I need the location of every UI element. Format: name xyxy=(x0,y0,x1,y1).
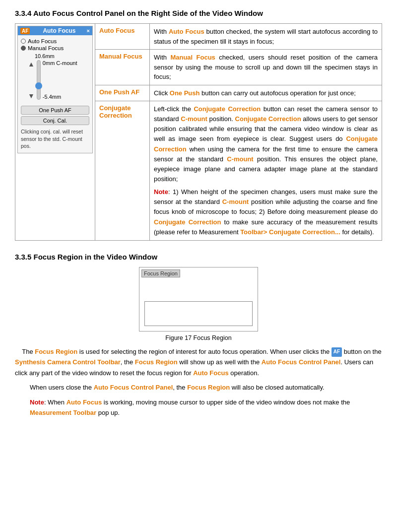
arrow-up-icon[interactable]: ▲ xyxy=(28,60,35,68)
slider-label-bot: -5.4mm xyxy=(43,94,77,100)
conjugate-row-label: ConjugateCorrection xyxy=(99,104,132,119)
conjugate-correction-highlight-3: Conjugate Correction xyxy=(154,135,378,152)
manual-focus-label-cell: Manual Focus xyxy=(95,50,150,85)
table-row-panel: AF Auto Focus × Auto Focus Manual Focus xyxy=(15,24,382,50)
manual-focus-row-label: Manual Focus xyxy=(99,53,142,60)
conjugate-label-cell: ConjugateCorrection xyxy=(95,101,150,241)
conjugate-correction-highlight-4: Conjugate Correction xyxy=(154,218,221,226)
auto-focus-radio-label: Auto Focus xyxy=(28,38,57,44)
af-desc-cell: With Auto Focus button checked, the syst… xyxy=(150,24,382,50)
auto-focus-highlight: Auto Focus xyxy=(169,28,204,35)
figure-caption: Figure 17 Focus Region xyxy=(165,334,231,341)
af-control-panel-highlight-1: Auto Focus Control Panel xyxy=(262,358,341,366)
focus-region-figure: Focus Region Figure 17 Focus Region xyxy=(134,267,263,341)
slider-label-mid: 0mm C-mount xyxy=(43,60,77,66)
cmount-highlight-1: C-mount xyxy=(181,115,207,123)
toolbar-link: Toolbar> Conjugate Correction... xyxy=(240,228,340,236)
cmount-highlight-2: C-mount xyxy=(227,155,253,163)
note-label-2: Note xyxy=(30,399,44,406)
slider-arrows: ▲ ▼ xyxy=(28,60,35,100)
one-push-row-label: One Push AF xyxy=(99,88,139,96)
section-335-title-text: 3.3.5 Focus Region in the Video Window xyxy=(15,253,157,261)
one-push-label-cell: One Push AF xyxy=(95,85,150,101)
af-panel: AF Auto Focus × Auto Focus Manual Focus xyxy=(17,26,93,153)
slider-labels: 0mm C-mount -5.4mm xyxy=(43,60,77,100)
section-334-title-text: 3.3.4 Auto Focus Control Panel on the Ri… xyxy=(15,9,263,17)
af-panel-note: Clicking conj. cal. will reset sensor to… xyxy=(18,127,92,153)
cmount-highlight-3: C-mount xyxy=(222,198,249,205)
note-label-1: Note xyxy=(154,188,168,196)
focus-region-box: Focus Region xyxy=(139,267,258,332)
section-334-title: 3.3.4 Auto Focus Control Panel on the Ri… xyxy=(15,9,382,17)
auto-focus-radio[interactable] xyxy=(21,39,26,44)
one-push-highlight: One Push xyxy=(170,89,200,97)
focus-region-body-1: Focus Region xyxy=(35,348,77,355)
close-icon[interactable]: × xyxy=(87,28,90,34)
auto-focus-body-1: Auto Focus xyxy=(193,369,229,377)
af-badge-body: AF xyxy=(331,347,342,357)
one-push-af-button[interactable]: One Push AF xyxy=(21,106,89,115)
slider-label-top: 10.6mm xyxy=(35,53,55,59)
arrow-down-icon[interactable]: ▼ xyxy=(28,92,35,100)
af-label-cell: Auto Focus xyxy=(95,24,150,50)
af-control-panel-highlight-2: Auto Focus Control Panel xyxy=(94,384,173,391)
conj-cal-button[interactable]: Conj. Cal. xyxy=(21,116,89,125)
focus-region-inner-box xyxy=(144,301,253,326)
focus-region-body-2: Focus Region xyxy=(135,358,178,366)
auto-focus-radio-row: Auto Focus xyxy=(21,38,89,44)
manual-focus-desc-cell: With Manual Focus checked, users should … xyxy=(150,50,382,85)
measurement-toolbar-highlight: Measurement Toolbar xyxy=(30,409,96,416)
af-table: AF Auto Focus × Auto Focus Manual Focus xyxy=(15,23,382,241)
af-panel-header: AF Auto Focus × xyxy=(18,26,92,35)
slider-track[interactable] xyxy=(37,60,41,100)
manual-focus-radio-row: Manual Focus xyxy=(21,45,89,51)
synthesis-toolbar-highlight: Synthesis Camera Control Toolbar xyxy=(15,358,121,366)
af-panel-cell: AF Auto Focus × Auto Focus Manual Focus xyxy=(15,24,95,241)
af-badge: AF xyxy=(20,28,30,34)
one-push-desc-cell: Click One Push button can carry out auto… xyxy=(150,85,382,101)
af-panel-body: Auto Focus Manual Focus 10.6mm ▲ ▼ xyxy=(18,35,92,104)
body-para-1: The Focus Region is used for selecting t… xyxy=(15,346,382,378)
slider-thumb[interactable] xyxy=(35,82,42,89)
focus-region-body-3: Focus Region xyxy=(187,384,230,391)
focus-region-label: Focus Region xyxy=(141,269,180,277)
manual-focus-highlight: Manual Focus xyxy=(170,54,215,61)
manual-focus-radio[interactable] xyxy=(21,46,26,51)
conjugate-correction-highlight-2: Conjugate Correction xyxy=(235,115,301,123)
body-para-2: When users close the Auto Focus Control … xyxy=(30,382,382,393)
conjugate-desc-cell: Left-click the Conjugate Correction butt… xyxy=(150,101,382,241)
manual-focus-radio-label: Manual Focus xyxy=(28,45,64,51)
focus-slider-area: 10.6mm ▲ ▼ 0mm C-mount xyxy=(28,53,89,100)
af-panel-title: Auto Focus xyxy=(43,27,75,34)
slider-track-wrap: ▲ ▼ 0mm C-mount -5.4mm xyxy=(28,60,77,100)
note-para: Note: When Auto Focus is working, moving… xyxy=(30,397,382,418)
af-panel-buttons: One Push AF Conj. Cal. xyxy=(21,106,89,125)
conjugate-desc-para2: Note: 1) When height of the specimen cha… xyxy=(154,187,378,237)
af-row-label: Auto Focus xyxy=(99,27,135,34)
conjugate-desc-para1: Left-click the Conjugate Correction butt… xyxy=(154,104,378,184)
section-335-title: 3.3.5 Focus Region in the Video Window xyxy=(15,253,382,261)
auto-focus-note-highlight: Auto Focus xyxy=(66,399,102,406)
conjugate-correction-highlight-1: Conjugate Correction xyxy=(194,105,261,113)
